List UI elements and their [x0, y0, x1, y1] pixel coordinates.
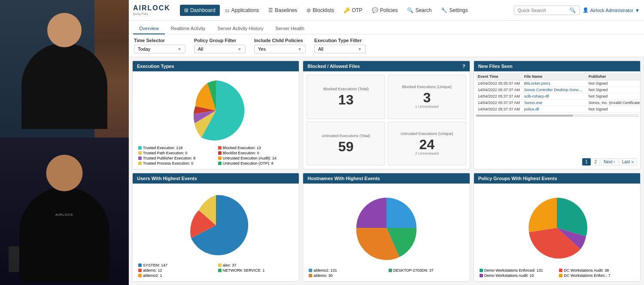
execution-type-value: All	[318, 46, 323, 52]
legend-desktop-label: DESKTOP-2703DN: 37	[393, 268, 434, 273]
otp-icon: 🔑	[343, 7, 350, 13]
nav-baselines[interactable]: ☰ Baselines	[264, 5, 301, 16]
top-nav: AIRLOCK DIGITAL ⊞ Dashboard ⚏ Applicatio…	[129, 0, 644, 21]
filters-bar: Time Selector Today ▼ Policy Group Filte…	[129, 34, 644, 57]
include-child-group: Include Child Policies Yes ▼	[254, 38, 306, 53]
nav-blocklists[interactable]: ⊘ Blocklists	[302, 5, 338, 16]
sub-nav: Overview Realtime Activity Server Activi…	[129, 21, 644, 34]
col-file-name: File Name	[522, 73, 586, 80]
untrusted-unique-sub: 2 Unreviewed	[415, 151, 439, 156]
include-child-value: Yes	[258, 46, 266, 52]
nav-settings[interactable]: 🔧 Settings	[437, 5, 472, 16]
time-selector-select[interactable]: Today ▼	[134, 45, 185, 53]
col-event-time: Event Time	[476, 73, 522, 80]
page-last-btn[interactable]: Last »	[619, 158, 637, 165]
untrusted-total-stat: Untrusted Executions (Total) 59	[307, 122, 385, 166]
new-files-body: Event Time File Name Publisher 14/04/202…	[474, 71, 640, 169]
user-badge[interactable]: 👤 Airlock Administrator ▼	[583, 7, 640, 13]
file-time-5: 14/04/2022 05:37:37 AM	[476, 106, 522, 113]
page-next-btn[interactable]: Next ›	[601, 158, 618, 165]
file-name-4: Sonos.exe	[522, 100, 586, 106]
untrusted-unique-label: Untrusted Executions (Unique)	[401, 132, 453, 136]
file-publisher-1: Not Signed	[586, 80, 640, 87]
policy-group-value: All	[198, 46, 203, 52]
blocked-unique-sub: 1 Unreviewed	[415, 104, 439, 109]
blocked-unique-stat: Blocked Executions (Unique) 3 1 Unreview…	[388, 75, 466, 119]
user-name: Airlock Administrator	[590, 8, 633, 13]
untrusted-total-value: 59	[338, 140, 354, 153]
legend-trusted: Trusted Execution: 118	[138, 146, 214, 150]
file-name-1: BitLocker.psm1	[522, 80, 586, 87]
legend-aldemo-host-dot	[309, 274, 312, 277]
main-content: AIRLOCK DIGITAL ⊞ Dashboard ⚏ Applicatio…	[129, 0, 644, 285]
nav-settings-label: Settings	[449, 7, 468, 13]
tab-server-health[interactable]: Server Health	[270, 23, 310, 34]
blocked-allowed-body: Blocked Executions (Total) 13 Blocked Ex…	[303, 71, 469, 169]
policy-groups-pie	[522, 193, 591, 262]
execution-type-select[interactable]: All ▼	[314, 45, 366, 53]
legend-aldemo-host: aldemo: 30	[309, 273, 384, 278]
nav-otp[interactable]: 🔑 OTP	[339, 5, 367, 16]
file-time-3: 14/04/2022 05:37:37 AM	[476, 93, 522, 100]
untrusted-unique-value: 24	[419, 138, 435, 151]
logo-text: AIRLOCK	[133, 4, 170, 12]
settings-icon: 🔧	[441, 7, 447, 13]
include-child-select[interactable]: Yes ▼	[254, 45, 306, 53]
file-name-5: police.dll	[522, 106, 586, 113]
search-icon: 🔍	[569, 7, 576, 13]
tab-realtime[interactable]: Realtime Activity	[165, 23, 212, 34]
legend-aldemo2-dot	[138, 274, 142, 277]
legend-trusted-path-dot	[138, 151, 142, 155]
blocked-total-stat: Blocked Executions (Total) 13	[307, 75, 385, 119]
hostnames-chart	[307, 187, 466, 268]
blocklists-icon: ⊘	[307, 7, 311, 13]
help-icon[interactable]: ?	[462, 64, 465, 69]
include-child-label: Include Child Policies	[254, 38, 306, 43]
nav-dashboard[interactable]: ⊞ Dashboard	[180, 5, 220, 16]
policy-groups-header: Policy Groups With Highest Events	[474, 173, 640, 184]
file-time-2: 14/04/2022 05:37:37 AM	[476, 87, 522, 93]
legend-desktop: DESKTOP-2703DN: 37	[389, 268, 464, 273]
legend-blocklist-label: Blocklist Execution: 0	[223, 151, 259, 155]
legend-aldemo2-host-label: aldemo2: 131	[313, 268, 337, 273]
policy-group-filter: Policy Group Filter All ▼	[194, 38, 246, 53]
new-files-title: New Files Seen	[478, 64, 513, 69]
policy-groups-body: Demo Workstations Enforced: 131 DC Works…	[474, 184, 640, 281]
nav-applications-label: Applications	[231, 7, 259, 13]
legend-aldemo-label: aldemo: 12	[143, 268, 162, 273]
nav-applications[interactable]: ⚏ Applications	[221, 5, 264, 16]
nav-policies[interactable]: 💬 Policies	[368, 5, 402, 16]
legend-trusted-pub-label: Trusted Publisher Execution: 8	[143, 156, 195, 160]
tab-overview[interactable]: Overview	[133, 23, 165, 34]
search-box[interactable]: 🔍	[514, 6, 580, 15]
webcam-bottom: AIRLOCK	[0, 138, 129, 285]
policy-groups-chart	[477, 187, 637, 268]
policy-groups-legend: Demo Workstations Enforced: 131 DC Works…	[477, 268, 637, 278]
table-row: 14/04/2022 05:37:37 AM police.dll Not Si…	[476, 106, 640, 113]
time-selector-group: Time Selector Today ▼	[134, 38, 185, 53]
legend-demo-audit-dot	[480, 274, 483, 277]
files-table: Event Time File Name Publisher 14/04/202…	[476, 73, 640, 113]
users-highest-widget: Users With Highest Events	[132, 173, 299, 282]
tab-server-activity[interactable]: Server Activity History	[212, 23, 270, 34]
legend-untrusted-otp-dot	[218, 162, 222, 165]
legend-trusted-path: Trusted Path Execution: 0	[138, 151, 214, 155]
nav-baselines-label: Baselines	[275, 7, 297, 13]
legend-aldemo2: aldemo2: 1	[138, 273, 214, 278]
legend-alex37-dot	[218, 264, 222, 267]
blocked-total-label: Blocked Executions (Total)	[323, 87, 369, 91]
legend-aldemo-dot	[138, 269, 142, 272]
new-files-widget: New Files Seen Event Time File Name Publ…	[474, 61, 641, 169]
nav-search[interactable]: 🔍 Search	[403, 5, 436, 16]
legend-aldemo2-label: aldemo2: 1	[143, 273, 162, 278]
hostnames-highest-title: Hostnames With Highest Events	[307, 176, 380, 181]
search-input[interactable]	[518, 8, 569, 13]
page-2-btn[interactable]: 2	[592, 158, 600, 165]
legend-dc-enforced-dot	[559, 274, 562, 277]
dashboard-grid: Execution Types	[129, 57, 644, 285]
legend-network-service-label: NETWORK SERVICE: 1	[223, 268, 265, 273]
webcam-panel: AIRLOCK	[0, 0, 129, 285]
page-1-btn[interactable]: 1	[582, 158, 591, 165]
nav-blocklists-label: Blocklists	[313, 7, 334, 13]
policy-group-select[interactable]: All ▼	[194, 45, 246, 53]
